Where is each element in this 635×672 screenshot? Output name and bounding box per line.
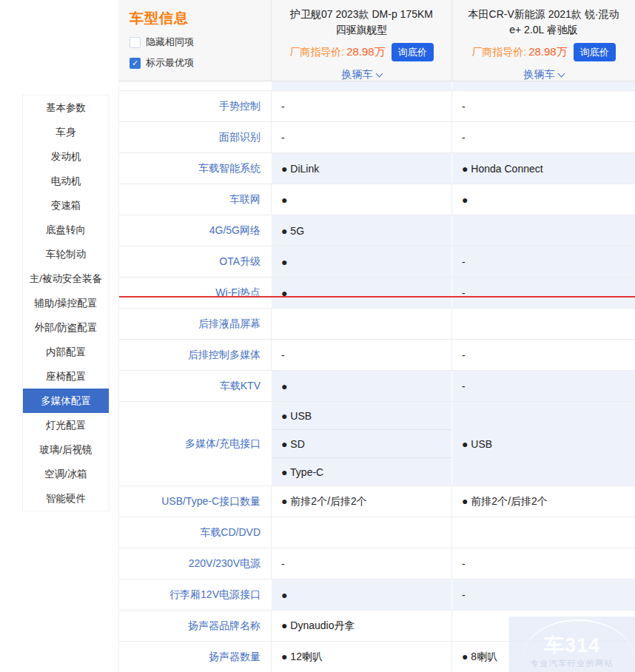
sidebar-item-multimedia-config[interactable]: 多媒体配置 bbox=[23, 389, 109, 413]
spec-value-car2: ● USB bbox=[451, 402, 635, 485]
spec-value-car2: - bbox=[451, 579, 635, 610]
category-sidebar: 基本参数 车身 发动机 电动机 变速箱 底盘转向 车轮制动 主/被动安全装备 辅… bbox=[22, 95, 110, 511]
spec-row-face-recognition: 面部识别 - - bbox=[119, 122, 635, 153]
comparison-header: 车型信息 隐藏相同项 标示最优项 护卫舰07 2023款 DM-p 175KM … bbox=[118, 0, 635, 81]
car1-name-line1: 护卫舰07 2023款 DM-p 175KM bbox=[275, 7, 448, 22]
car2-switch-label: 换辆车 bbox=[524, 68, 555, 80]
spec-row-wifi-hotspot: Wi-Fi热点 ● - bbox=[119, 278, 635, 309]
car1-name: 护卫舰07 2023款 DM-p 175KM 四驱旗舰型 bbox=[272, 7, 451, 38]
sidebar-item-safety-equipment[interactable]: 主/被动安全装备 bbox=[23, 266, 109, 291]
spec-label: USB/Type-C接口数量 bbox=[119, 486, 271, 517]
spec-value-car1: ● bbox=[271, 579, 451, 610]
spec-value-car1: - bbox=[271, 340, 451, 370]
spec-value-car2: - bbox=[451, 91, 635, 121]
spec-value-car1: - bbox=[271, 548, 451, 579]
spec-value-car2: - bbox=[451, 122, 635, 152]
chevron-down-icon bbox=[557, 70, 565, 78]
sidebar-item-chassis-steering[interactable]: 底盘转向 bbox=[23, 218, 109, 242]
sidebar-item-ac-fridge[interactable]: 空调/冰箱 bbox=[23, 462, 109, 486]
scroll-indicator-line bbox=[119, 296, 635, 298]
car2-switch-link[interactable]: 换辆车 bbox=[524, 68, 564, 81]
sidebar-item-body[interactable]: 车身 bbox=[23, 120, 109, 144]
spec-label: 车载KTV bbox=[119, 371, 271, 401]
sidebar-item-engine[interactable]: 发动机 bbox=[23, 144, 109, 169]
sidebar-item-glass-mirrors[interactable]: 玻璃/后视镜 bbox=[23, 437, 109, 462]
spec-value-car2: ● Honda Connect bbox=[451, 153, 635, 184]
car2-price-label: 厂商指导价: bbox=[471, 46, 526, 59]
chevron-down-icon bbox=[375, 70, 383, 78]
spec-value-car2: ● bbox=[451, 184, 635, 215]
spec-row-car-ktv: 车载KTV ● - bbox=[119, 371, 635, 402]
spec-row-multimedia-charging-ports: 多媒体/充电接口 ● USB ● SD ● Type-C ● USB bbox=[119, 402, 635, 486]
spec-value-car1-sd: ● SD bbox=[272, 430, 451, 458]
sidebar-item-gearbox[interactable]: 变速箱 bbox=[23, 193, 109, 218]
sidebar-item-motor[interactable]: 电动机 bbox=[23, 169, 109, 193]
car1-price-row: 厂商指导价: 28.98万 询底价 bbox=[272, 42, 451, 62]
spec-label: 车载智能系统 bbox=[119, 153, 271, 184]
car2-name-line1: 本田CR-V新能源 2021款 锐·混动 bbox=[455, 7, 632, 22]
site-watermark: 车314 专业汽车行业的网站 bbox=[509, 616, 635, 672]
spec-value-car1 bbox=[271, 517, 451, 548]
car2-name-line2: e+ 2.0L 睿驰版 bbox=[455, 22, 632, 38]
mark-best-checkbox-row[interactable]: 标示最优项 bbox=[130, 56, 271, 70]
spec-label: 多媒体/充电接口 bbox=[119, 402, 271, 485]
spec-label: Wi-Fi热点 bbox=[119, 278, 271, 308]
spec-value-car1: ● bbox=[271, 278, 451, 308]
spec-row-usb-typec-count: USB/Type-C接口数量 ● 前排2个/后排2个 ● 前排2个/后排2个 bbox=[119, 486, 635, 517]
car1-name-line2: 四驱旗舰型 bbox=[275, 22, 448, 38]
spec-label: 后排液晶屏幕 bbox=[119, 309, 271, 339]
spec-value-car1-usb: ● USB bbox=[272, 402, 451, 430]
car1-price-value: 28.98万 bbox=[346, 45, 386, 59]
comparison-main: 车型信息 隐藏相同项 标示最优项 护卫舰07 2023款 DM-p 175KM … bbox=[118, 0, 635, 672]
spec-value-car1: ● bbox=[271, 184, 451, 215]
spec-value-car1: ● 前排2个/后排2个 bbox=[271, 486, 451, 517]
spec-row-telematics: 车联网 ● ● bbox=[119, 184, 635, 215]
spec-value-car1 bbox=[271, 309, 451, 339]
spec-value-car2: - bbox=[451, 371, 635, 401]
page-title: 车型信息 bbox=[130, 9, 271, 28]
sidebar-item-lighting-config[interactable]: 灯光配置 bbox=[23, 413, 109, 437]
car-outline-icon bbox=[523, 619, 634, 658]
spec-value-car2: - bbox=[451, 548, 635, 579]
hide-same-checkbox-row[interactable]: 隐藏相同项 bbox=[130, 36, 271, 49]
watermark-tagline: 专业汽车行业的网站 bbox=[531, 658, 614, 669]
spec-row-ota-upgrade: OTA升级 ● - bbox=[119, 246, 635, 278]
sidebar-item-basic-params[interactable]: 基本参数 bbox=[23, 95, 109, 120]
spec-label: 行李厢12V电源接口 bbox=[119, 579, 271, 610]
sidebar-item-wheels-brakes[interactable]: 车轮制动 bbox=[23, 242, 109, 266]
spec-row-trunk-12v-outlet: 行李厢12V电源接口 ● - bbox=[119, 579, 635, 611]
spec-row-rear-multimedia-control: 后排控制多媒体 - - bbox=[119, 340, 635, 371]
car1-header: 护卫舰07 2023款 DM-p 175KM 四驱旗舰型 厂商指导价: 28.9… bbox=[271, 0, 451, 81]
spec-table: 手势控制 - - 面部识别 - - 车载智能系统 ● DiLink ● Hond… bbox=[118, 81, 635, 672]
spec-label: OTA升级 bbox=[119, 246, 271, 277]
spec-value-car1-typec: ● Type-C bbox=[272, 458, 451, 485]
mark-best-label: 标示最优项 bbox=[146, 56, 194, 70]
car2-price-row: 厂商指导价: 28.98万 询底价 bbox=[452, 42, 635, 62]
spec-value-car1: ● bbox=[271, 246, 451, 277]
spec-value-car2: ● 前排2个/后排2个 bbox=[451, 486, 635, 517]
sidebar-item-assist-control[interactable]: 辅助/操控配置 bbox=[23, 291, 109, 315]
car2-inquiry-button[interactable]: 询底价 bbox=[574, 43, 616, 61]
spec-value-car1: ● DiLink bbox=[271, 153, 451, 184]
spec-row-clipped bbox=[119, 81, 635, 91]
spec-value-car1: - bbox=[271, 91, 451, 121]
spec-value-car1: - bbox=[271, 122, 451, 152]
checkbox-checked-icon[interactable] bbox=[130, 58, 141, 69]
spec-label: 面部识别 bbox=[119, 122, 271, 152]
model-info-panel: 车型信息 隐藏相同项 标示最优项 bbox=[118, 0, 271, 81]
spec-value-car1: ● 5G bbox=[271, 215, 451, 246]
spec-row-smart-system: 车载智能系统 ● DiLink ● Honda Connect bbox=[119, 153, 635, 184]
sidebar-item-smart-hardware[interactable]: 智能硬件 bbox=[23, 486, 109, 511]
car1-switch-link[interactable]: 换辆车 bbox=[342, 68, 382, 81]
sidebar-item-seat-config[interactable]: 座椅配置 bbox=[23, 364, 109, 389]
spec-value-car1: ● bbox=[271, 371, 451, 401]
checkbox-unchecked-icon[interactable] bbox=[130, 37, 141, 48]
spec-row-rear-lcd-screen: 后排液晶屏幕 bbox=[119, 309, 635, 340]
spec-label: 4G/5G网络 bbox=[119, 215, 271, 246]
spec-label: 后排控制多媒体 bbox=[119, 340, 271, 370]
spec-label: 车联网 bbox=[119, 184, 271, 215]
sidebar-item-exterior-antitheft[interactable]: 外部/防盗配置 bbox=[23, 315, 109, 340]
sidebar-item-interior-config[interactable]: 内部配置 bbox=[23, 340, 109, 364]
spec-value-car1: ● Dynaudio丹拿 bbox=[271, 611, 451, 641]
car1-inquiry-button[interactable]: 询底价 bbox=[392, 43, 434, 61]
